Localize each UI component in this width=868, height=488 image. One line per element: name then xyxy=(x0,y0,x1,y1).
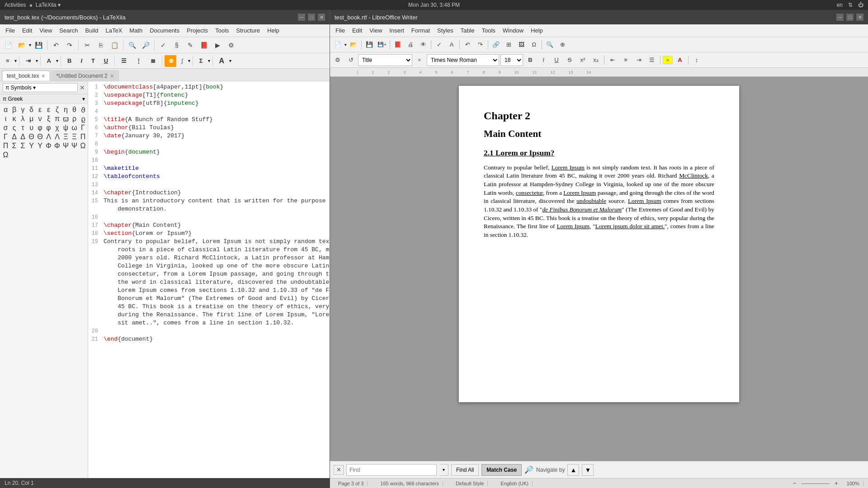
greek-Sigma2[interactable]: Σ xyxy=(19,142,27,150)
symbols-dropdown[interactable]: π Symbols ▾ xyxy=(3,83,78,92)
greek-kappa[interactable]: κ xyxy=(10,115,18,123)
char-btn[interactable]: ⊕ xyxy=(165,55,176,67)
open-file-btn[interactable]: 📂 xyxy=(15,39,28,52)
writer-new-btn[interactable]: 📄 xyxy=(332,39,344,51)
open-dropdown[interactable]: ▾ xyxy=(29,42,31,47)
new-dropdown-arrow[interactable]: ▾ xyxy=(344,42,347,47)
zoom-out-btn[interactable]: − xyxy=(790,479,799,488)
greek-Omega[interactable]: Ω xyxy=(79,142,87,150)
greek-sigma[interactable]: σ xyxy=(2,124,9,132)
writer-align-right-btn[interactable]: ⇥ xyxy=(633,54,645,66)
size-dropdown[interactable]: 18 xyxy=(500,54,523,66)
greek-iota[interactable]: ι xyxy=(2,115,9,123)
writer-menu-file[interactable]: File xyxy=(332,25,349,36)
greek-Pi2[interactable]: Π xyxy=(2,142,9,150)
greek-Upsilon2[interactable]: Υ xyxy=(36,142,44,150)
font-bigger-btn[interactable]: A xyxy=(215,55,229,67)
greek-Theta[interactable]: Θ xyxy=(28,133,35,141)
symbols-close-btn[interactable]: ✕ xyxy=(80,84,85,91)
greek-chi[interactable]: χ xyxy=(53,124,61,132)
font-dropdown[interactable]: Times New Roman xyxy=(427,54,499,66)
writer-maximize-btn[interactable]: □ xyxy=(846,14,854,21)
greek-pi[interactable]: π xyxy=(53,115,61,123)
writer-redo-btn[interactable]: ↷ xyxy=(474,39,486,51)
list-btn[interactable]: ☰ xyxy=(117,55,131,67)
writer-saveas-btn[interactable]: 💾+ xyxy=(376,39,388,51)
menu-build[interactable]: Build xyxy=(82,25,102,36)
typewriter-btn[interactable]: T xyxy=(87,55,99,67)
nav-down-btn[interactable]: ▼ xyxy=(582,464,594,476)
greek-theta[interactable]: θ xyxy=(71,106,78,114)
writer-menu-window[interactable]: Window xyxy=(499,25,527,36)
undo-btn[interactable]: ↶ xyxy=(50,39,62,52)
format-align-left[interactable]: ≡ xyxy=(2,55,14,67)
find-dropdown-btn[interactable]: ▾ xyxy=(439,464,448,476)
enum-btn[interactable]: ⋮ xyxy=(132,55,146,67)
menu-structure[interactable]: Structure xyxy=(232,25,264,36)
maximize-button[interactable]: □ xyxy=(308,14,315,21)
find-all-btn[interactable]: Find All xyxy=(451,464,479,476)
greek-Xi[interactable]: Ξ xyxy=(62,133,70,141)
greek-lambda[interactable]: λ xyxy=(19,115,27,123)
writer-undo-btn[interactable]: ↶ xyxy=(462,39,473,51)
symbols-category-greek[interactable]: π Greek ▾ xyxy=(0,94,88,104)
writer-menu-view[interactable]: View xyxy=(366,25,386,36)
pdf-btn[interactable]: 📕 xyxy=(198,39,210,52)
greek-psi[interactable]: ψ xyxy=(62,124,70,132)
menu-documents[interactable]: Documents xyxy=(146,25,183,36)
styles-settings-btn[interactable]: ⚙ xyxy=(332,54,344,66)
ref-btn[interactable]: § xyxy=(170,39,183,52)
greek-eta[interactable]: η xyxy=(62,106,70,114)
writer-save-btn[interactable]: 💾 xyxy=(363,39,375,51)
greek-Psi[interactable]: Ψ xyxy=(62,142,70,150)
indent-btn[interactable]: ⇥ xyxy=(22,55,35,67)
zoom-in-btn[interactable]: + xyxy=(832,479,841,488)
greek-Delta[interactable]: Δ xyxy=(10,133,18,141)
greek-mu[interactable]: μ xyxy=(28,115,35,123)
italic-btn[interactable]: I xyxy=(76,55,86,67)
greek-Xi2[interactable]: Ξ xyxy=(71,133,78,141)
greek-xi[interactable]: ξ xyxy=(45,115,52,123)
greek-vartheta[interactable]: ϑ xyxy=(79,106,87,114)
writer-open-btn[interactable]: 📂 xyxy=(348,39,359,51)
menu-projects[interactable]: Projects xyxy=(183,25,212,36)
writer-spellcheck-btn[interactable]: ✓ xyxy=(433,39,445,51)
greek-zeta[interactable]: ζ xyxy=(53,106,61,114)
menu-tools[interactable]: Tools xyxy=(212,25,232,36)
writer-menu-insert[interactable]: Insert xyxy=(386,25,408,36)
writer-highlight-btn[interactable]: A xyxy=(663,56,673,64)
greek-nu[interactable]: ν xyxy=(36,115,44,123)
writer-align-left-btn[interactable]: ⇤ xyxy=(607,54,618,66)
greek-delta[interactable]: δ xyxy=(28,106,35,114)
new-file-btn[interactable]: 📄 xyxy=(2,39,14,52)
greek-varphi[interactable]: φ xyxy=(45,124,52,132)
menu-search[interactable]: Search xyxy=(56,25,81,36)
menu-latex[interactable]: LaTeX xyxy=(102,25,126,36)
greek-Lambda2[interactable]: Λ xyxy=(53,133,61,141)
compile-btn[interactable]: ▶ xyxy=(211,39,224,52)
desc-btn[interactable]: ≣ xyxy=(146,55,160,67)
greek-rho[interactable]: ρ xyxy=(71,115,78,123)
writer-menu-format[interactable]: Format xyxy=(408,25,434,36)
writer-find-btn[interactable]: 🔍 xyxy=(544,39,556,51)
writer-align-center-btn[interactable]: ≡ xyxy=(620,54,632,66)
greek-tau[interactable]: τ xyxy=(19,124,27,132)
code-editor[interactable]: 1 \documentclass[a4paper,11pt]{book} 2 \… xyxy=(88,81,330,478)
activities-label[interactable]: Activities xyxy=(5,2,26,8)
writer-underline-btn[interactable]: U xyxy=(551,54,562,66)
greek-Lambda[interactable]: Λ xyxy=(45,133,52,141)
writer-justify-btn[interactable]: ☰ xyxy=(646,54,658,66)
cut-btn[interactable]: ✂ xyxy=(81,39,94,52)
greek-Psi2[interactable]: Ψ xyxy=(71,142,78,150)
greek-Gamma[interactable]: Γ xyxy=(79,124,87,132)
greek-Phi[interactable]: Φ xyxy=(45,142,52,150)
writer-linespacing-btn[interactable]: ↕ xyxy=(691,54,703,66)
greek-upsilon[interactable]: υ xyxy=(28,124,35,132)
writer-menu-tools[interactable]: Tools xyxy=(478,25,499,36)
find-close-btn[interactable]: ✕ xyxy=(334,465,344,475)
greek-Upsilon[interactable]: Υ xyxy=(28,142,35,150)
font-size-btn[interactable]: A xyxy=(43,55,55,67)
writer-italic-btn[interactable]: I xyxy=(538,54,549,66)
tab-close-2[interactable]: ✕ xyxy=(110,73,114,79)
writer-preview-btn[interactable]: 👁 xyxy=(417,39,429,51)
